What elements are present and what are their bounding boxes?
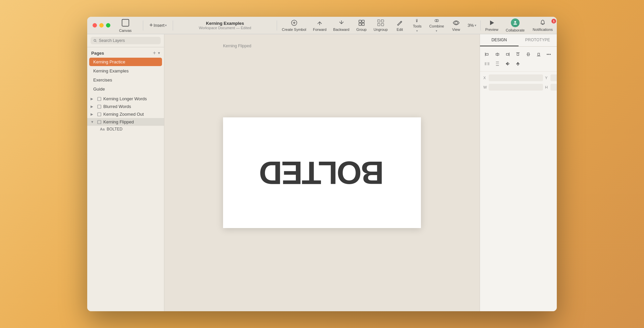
fullscreen-button[interactable] — [106, 23, 110, 28]
align-center-v-button[interactable] — [524, 50, 533, 59]
align-left-edges-button[interactable] — [483, 50, 491, 59]
pages-actions: + ▾ — [153, 50, 160, 56]
align-bottom-icon — [536, 52, 541, 57]
align-center-h-button[interactable] — [493, 50, 502, 59]
align-bottom-button[interactable] — [534, 50, 543, 59]
bolted-text: BOLTED — [260, 154, 384, 191]
page-item-kerning-practice[interactable]: Kerning Practice — [89, 58, 162, 66]
search-input-wrap[interactable] — [91, 37, 161, 44]
more-align-button[interactable] — [544, 50, 553, 59]
layer-item-kerning-longer-words[interactable]: ▶ Kerning Longer Words — [87, 95, 164, 103]
h-input[interactable] — [550, 84, 557, 91]
tab-design[interactable]: DESIGN — [480, 34, 519, 46]
canvas-area[interactable]: Kerning Flipped BOLTED — [164, 34, 480, 311]
svg-marker-56 — [506, 63, 507, 65]
view-label: View — [452, 28, 460, 32]
svg-rect-45 — [538, 53, 539, 56]
artboard-label: Kerning Flipped — [223, 44, 251, 48]
chevron-right-icon-2: ▶ — [91, 105, 95, 108]
chevron-down-icon: ▼ — [91, 120, 95, 124]
distribute-h-button[interactable] — [483, 59, 491, 68]
ungroup-label: Ungroup — [374, 28, 388, 32]
collaborate-label: Collaborate — [506, 28, 525, 32]
layer-item-blurred-words[interactable]: ▶ Blurred Words — [87, 103, 164, 110]
flip-v-button[interactable] — [514, 59, 522, 68]
insert-button[interactable]: + Insert ▾ — [145, 22, 171, 29]
close-button[interactable] — [93, 23, 97, 28]
document-subtitle: Workspace Document — Edited — [199, 26, 251, 30]
pages-chevron-icon[interactable]: ▾ — [158, 51, 160, 55]
collaborate-icon — [513, 20, 518, 25]
more-align-icon — [546, 52, 551, 57]
document-title: Kerning Examples — [206, 21, 244, 26]
group-button[interactable]: Group — [353, 17, 370, 34]
notifications-button[interactable]: 1 Notifications — [529, 17, 557, 34]
svg-line-18 — [400, 22, 401, 22]
svg-point-22 — [455, 21, 458, 24]
w-input[interactable] — [489, 84, 543, 91]
tools-icon — [414, 18, 421, 23]
align-right-edges-button[interactable] — [503, 50, 512, 59]
svg-rect-16 — [378, 23, 380, 26]
combine-button[interactable]: Combine ▾ — [426, 17, 447, 34]
svg-marker-60 — [517, 64, 519, 65]
grid-button[interactable] — [135, 17, 142, 34]
view-button[interactable]: View — [447, 17, 465, 34]
edit-button[interactable]: Edit — [391, 17, 409, 34]
collaborate-button[interactable]: Collaborate — [502, 17, 529, 34]
preview-label: Preview — [485, 28, 498, 32]
group-icon — [358, 19, 365, 26]
search-input[interactable] — [99, 38, 158, 43]
page-item-exercises[interactable]: Exercises — [89, 76, 162, 84]
layers-section: ▶ Kerning Longer Words ▶ Blurred Words — [87, 94, 164, 311]
pages-header: Pages + ▾ — [87, 47, 164, 57]
backward-label: Backward — [333, 28, 349, 32]
collaborate-avatar — [511, 18, 520, 27]
align-center-h-icon — [495, 52, 500, 57]
preview-play-icon — [488, 19, 495, 26]
page-item-kerning-examples[interactable]: Kerning Examples — [89, 67, 162, 75]
page-item-guide[interactable]: Guide — [89, 85, 162, 93]
flip-h-icon — [505, 61, 510, 66]
minimize-button[interactable] — [99, 23, 104, 28]
zoom-control[interactable]: 3% ▾ — [465, 23, 479, 28]
app-window: Canvas + Insert ▾ Kerning Examples Works… — [87, 17, 557, 311]
combine-icon — [433, 18, 440, 23]
ungroup-button[interactable]: Ungroup — [370, 17, 391, 34]
toolbar-divider-3 — [277, 20, 277, 31]
canvas-label: Canvas — [119, 29, 131, 33]
svg-point-19 — [416, 21, 417, 22]
flip-v-icon — [516, 61, 520, 66]
x-input[interactable] — [489, 74, 543, 81]
svg-line-29 — [96, 41, 97, 42]
edit-label: Edit — [396, 28, 403, 32]
search-icon — [93, 39, 97, 43]
tab-prototype[interactable]: PROTOTYPE — [519, 34, 557, 46]
preview-button[interactable]: Preview — [482, 17, 502, 34]
svg-rect-39 — [506, 53, 509, 55]
right-panel: DESIGN PROTOTYPE — [480, 34, 557, 311]
layer-item-kerning-zoomed-out[interactable]: ▶ Kerning Zoomed Out — [87, 110, 164, 118]
svg-rect-10 — [359, 20, 361, 22]
tools-button[interactable]: Tools ▾ — [409, 17, 426, 34]
distribute-v-button[interactable] — [493, 59, 502, 68]
create-symbol-button[interactable]: Create Symbol — [278, 17, 310, 34]
add-page-icon[interactable]: + — [153, 50, 156, 56]
svg-point-24 — [514, 21, 516, 23]
y-input[interactable] — [550, 74, 557, 81]
flip-h-button[interactable] — [503, 59, 512, 68]
w-field: W — [483, 84, 543, 91]
h-field: H — [545, 84, 557, 91]
canvas-button[interactable]: Canvas — [116, 17, 135, 34]
forward-button[interactable]: Forward — [310, 17, 330, 34]
align-top-button[interactable] — [514, 50, 522, 59]
layer-item-kerning-flipped[interactable]: ▼ Kerning Flipped — [87, 118, 164, 126]
sidebar: Pages + ▾ Kerning Practice Kerning Examp… — [87, 34, 164, 311]
layer-child-bolted[interactable]: Aa BOLTED — [87, 126, 164, 132]
main-content: Pages + ▾ Kerning Practice Kerning Examp… — [87, 34, 557, 311]
bell-icon — [539, 19, 546, 26]
toolbar-divider-2 — [173, 20, 173, 31]
tools-chevron-icon: ▾ — [416, 29, 418, 33]
backward-button[interactable]: Backward — [330, 17, 353, 34]
x-position-field: X — [483, 74, 543, 81]
